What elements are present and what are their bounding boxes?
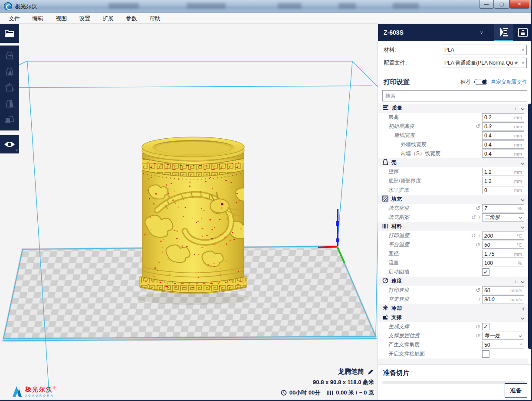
settings-list: 质量i层高0.2mm初始层高度↺0.3mm墙线宽度0.4mm外墙线宽度0.4mm… [378, 104, 528, 364]
prepare-panel: 准备切片 准备 [378, 364, 532, 401]
menu-item-2[interactable]: 视图 [49, 13, 73, 24]
section-header-shell[interactable]: 壳 [378, 158, 528, 167]
brand-reg-mark: ® [53, 386, 56, 390]
setting-row-0-4: 内墙（S）线宽度0.4mm [378, 149, 528, 158]
setting-input[interactable]: 7% [482, 204, 524, 212]
unit-label: mm [514, 251, 522, 257]
setting-input[interactable]: 0.2mm [482, 113, 524, 121]
setting-input[interactable]: 1.2mm [482, 177, 524, 185]
checkbox[interactable] [482, 350, 489, 358]
setting-input[interactable]: 100% [482, 259, 524, 267]
revert-icon[interactable]: ↺ [476, 124, 480, 129]
menu-item-5[interactable]: 参数 [120, 13, 143, 24]
open-file-button[interactable] [0, 24, 19, 43]
scale-tool-icon[interactable] [4, 66, 15, 78]
app-logo-icon [4, 2, 12, 10]
menu-item-4[interactable]: 扩展 [96, 13, 120, 24]
model-dragon-pen-holder[interactable] [137, 137, 254, 305]
setting-row-3-2: 直径1.75mm [378, 249, 528, 258]
revert-icon[interactable]: ↺ [476, 206, 480, 211]
menu-item-0[interactable]: 文件 [3, 13, 26, 24]
printer-selector-bar[interactable]: Z-603S ˅ [378, 24, 532, 41]
material-row: 材料: PLA ˅ [378, 45, 532, 55]
section-header-speed[interactable]: 速度i [378, 277, 528, 286]
setting-input[interactable]: 1.2mm [482, 168, 524, 176]
custom-profile-link[interactable]: 自定义配置文件 [491, 78, 527, 86]
revert-icon[interactable]: ↺ [476, 242, 480, 248]
setting-input[interactable]: 200°C [482, 231, 524, 240]
section-label: 冷却 [391, 305, 402, 312]
per-model-settings-icon[interactable] [4, 114, 15, 126]
material-dropdown[interactable]: PLA ˅ [442, 45, 527, 55]
setting-input[interactable]: 50° [482, 341, 524, 349]
revert-icon[interactable]: ↺ [476, 333, 480, 339]
setting-dropdown[interactable]: 每一处 [482, 332, 524, 340]
setting-input[interactable]: 1.75mm [482, 250, 524, 258]
section-header-quality[interactable]: 质量i [378, 104, 528, 113]
star-icon: ★ [514, 60, 519, 66]
move-tool-icon[interactable] [4, 50, 15, 62]
profile-dropdown[interactable]: PLA 普通质量(PLA Norma Qua ★ ˅ [442, 58, 527, 68]
setting-row-6-2: 产生支撑角度50° [378, 340, 528, 349]
revert-icon[interactable]: ↺ [471, 233, 476, 238]
revert-icon[interactable]: ↺ [476, 324, 480, 329]
checkbox[interactable]: ✓ [482, 268, 489, 276]
tab-print-setup[interactable] [494, 24, 513, 41]
maximize-button[interactable]: ▢ [494, 0, 509, 9]
unit-label: % [518, 261, 522, 266]
setting-input[interactable]: 60mm/s [482, 286, 524, 294]
chevron-down-icon [521, 277, 525, 285]
print-time: 00小时 00分 [289, 389, 321, 397]
setting-input[interactable]: 0.4mm [482, 150, 524, 158]
setting-dropdown[interactable]: 三角形 [482, 213, 524, 222]
setting-row-0-0: 层高0.2mm [378, 113, 528, 122]
title-bar[interactable]: 极光尔沃 — ▢ ✕ [0, 0, 532, 13]
revert-icon[interactable]: ↺ [476, 288, 480, 293]
settings-search-input[interactable] [382, 90, 527, 101]
revert-icon[interactable]: ↺ [471, 215, 476, 220]
close-button[interactable]: ✕ [509, 0, 529, 9]
checkbox[interactable]: ✓ [482, 323, 489, 330]
menu-bar: 文件编辑视图设置扩展参数帮助 [0, 13, 532, 24]
infill-icon [382, 196, 388, 203]
prepare-button[interactable]: 准备 [505, 383, 527, 398]
setting-input[interactable]: 90.0mm/s [482, 295, 524, 303]
recommended-custom-toggle[interactable] [474, 79, 487, 85]
chevron-down-icon: ˅ [480, 30, 483, 35]
setting-input[interactable]: 50°C [482, 241, 524, 249]
setting-row-3-4: 启动回抽✓ [378, 267, 528, 277]
setting-row-6-0: 生成支撑↺✓ [378, 322, 528, 331]
mirror-tool-icon[interactable] [4, 98, 15, 110]
setting-row-4-0: 打印速度↺60mm/s [378, 286, 528, 295]
tab-printer-monitor[interactable] [513, 24, 532, 41]
setting-label: 产生支撑角度 [388, 341, 420, 349]
rotate-tool-icon[interactable] [4, 82, 15, 94]
unit-label: °C [517, 233, 522, 238]
setting-label: 壁厚 [388, 168, 399, 176]
section-label: 支撑 [391, 314, 402, 321]
menu-item-3[interactable]: 设置 [73, 13, 96, 24]
toggle-knob [482, 80, 486, 84]
setting-label: 填充图案 [388, 214, 409, 221]
edit-pencil-icon[interactable] [368, 368, 374, 375]
setting-row-0-2: 墙线宽度0.4mm [378, 131, 528, 140]
viewport-3d[interactable]: 龙腾笔筒 90.8 x 90.8 x 118.0 毫米 00小时 00分 0.0… [0, 24, 378, 401]
menu-item-1[interactable]: 编辑 [26, 13, 49, 24]
section-header-support[interactable]: 支撑 [378, 313, 528, 322]
unit-label: mm [514, 142, 522, 147]
setting-input[interactable]: 0.3mm [482, 122, 524, 130]
info-icon: i [478, 233, 480, 238]
setting-input[interactable]: 0mm [482, 186, 524, 194]
minimize-button[interactable]: — [479, 0, 494, 9]
view-mode-button[interactable]: ˅ [0, 135, 19, 153]
menu-item-6[interactable]: 帮助 [143, 13, 167, 24]
setting-row-2-0: 填充密度↺7% [378, 204, 528, 213]
setting-input[interactable]: 0.4mm [482, 140, 524, 149]
section-header-cooling[interactable]: 冷却 [378, 304, 528, 313]
application-window: 极光尔沃 — ▢ ✕ 文件编辑视图设置扩展参数帮助 [0, 0, 532, 401]
setting-input[interactable]: 0.4mm [482, 131, 524, 140]
setting-label: 开启支撑接触面 [388, 350, 425, 358]
info-icon: i [514, 279, 517, 284]
section-header-material[interactable]: 材料 [378, 222, 528, 231]
section-header-infill[interactable]: 填充 [378, 195, 528, 204]
